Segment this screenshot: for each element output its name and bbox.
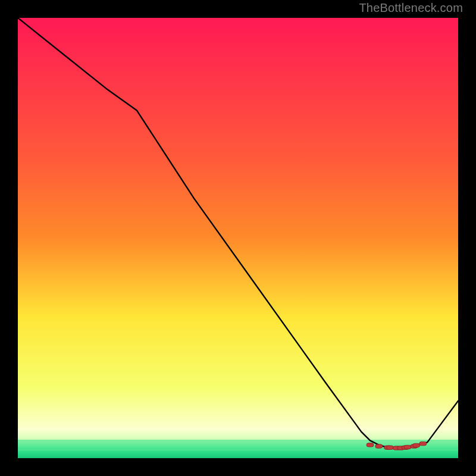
data-marker <box>404 445 411 449</box>
attribution-text: TheBottleneck.com <box>359 1 463 15</box>
data-marker <box>413 443 420 447</box>
chart-background <box>18 18 458 458</box>
data-marker <box>386 446 393 449</box>
data-marker <box>419 441 427 445</box>
data-marker <box>375 444 383 448</box>
chart-frame: TheBottleneck.com <box>0 0 476 476</box>
data-marker <box>367 443 374 447</box>
chart-svg <box>18 18 458 458</box>
bottleneck-chart <box>18 18 458 458</box>
